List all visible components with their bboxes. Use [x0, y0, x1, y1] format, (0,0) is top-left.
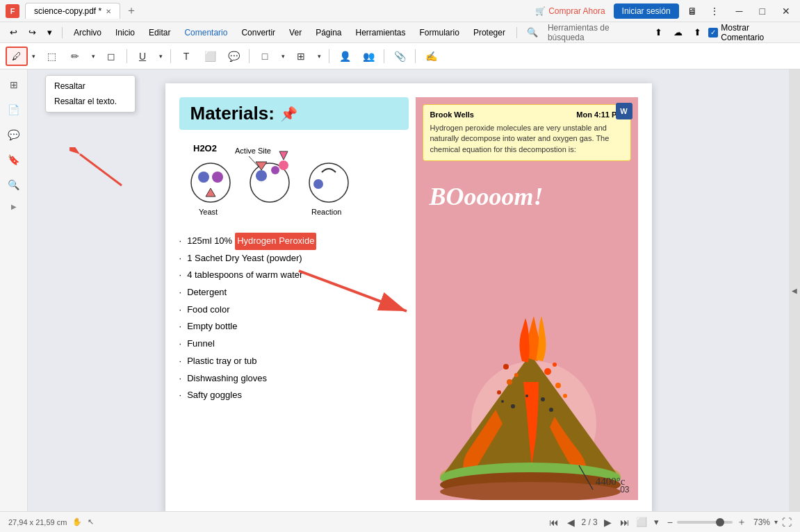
list-item: ·Funnel: [179, 335, 409, 353]
menu-pagina[interactable]: Página: [310, 26, 347, 39]
sidebar-expand-btn[interactable]: ▶: [11, 203, 17, 210]
freehand-btn[interactable]: ✏: [64, 47, 86, 66]
fullscreen-btn[interactable]: ⛶: [782, 517, 792, 528]
zoom-thumb: [716, 518, 724, 526]
menu-divider-1: [62, 27, 63, 38]
svg-line-3: [80, 154, 122, 185]
menu-herramientas[interactable]: Herramientas: [350, 26, 411, 39]
pdf-right-content: W Brook Wells Mon 4:11 PM Hydrogen perox…: [416, 97, 638, 500]
sidebar-search-btn[interactable]: 🔍: [4, 175, 24, 194]
measure-dropdown-btn[interactable]: ▾: [313, 47, 325, 66]
back-btn[interactable]: ↩: [6, 26, 22, 39]
share-icon[interactable]: ⬆: [651, 26, 667, 39]
last-page-btn[interactable]: ⏭: [618, 517, 632, 528]
expand-icon[interactable]: ⬆: [689, 26, 705, 39]
list-item: ·Detergent: [179, 284, 409, 301]
more-menu-btn[interactable]: ▾: [43, 26, 56, 39]
cloud-icon[interactable]: ☁: [669, 26, 687, 39]
close-btn[interactable]: ✕: [778, 6, 794, 17]
buy-now-btn[interactable]: 🛒 Comprar Ahora: [535, 6, 605, 16]
right-collapse-btn[interactable]: ◀: [789, 69, 800, 511]
tooltip-resaltar-texto[interactable]: Resaltar el texto.: [46, 94, 135, 109]
select-tool-btn[interactable]: ⬚: [40, 47, 63, 66]
select-icon: ⬚: [47, 51, 56, 62]
signature-icon: ✍: [425, 51, 437, 62]
tab-close-btn[interactable]: ✕: [106, 8, 111, 15]
svg-point-38: [501, 400, 504, 403]
svg-point-7: [212, 172, 223, 183]
volcano-area: 4400°c: [416, 211, 638, 500]
app-logo: F: [6, 4, 19, 18]
menu-editar[interactable]: Editar: [143, 26, 176, 39]
underline-dropdown-btn[interactable]: ▾: [155, 47, 166, 66]
highlight-btn[interactable]: 🖊: [6, 47, 28, 66]
show-comment-toggle[interactable]: ✓ Mostrar Comentario: [708, 23, 794, 42]
page-dimensions: 27,94 x 21,59 cm: [8, 518, 67, 526]
menu-formulario[interactable]: Formulario: [414, 26, 465, 39]
next-page-btn[interactable]: ▶: [602, 517, 614, 528]
list-item: ·Dishwashing gloves: [179, 370, 409, 388]
more-options-btn[interactable]: ⋮: [705, 6, 724, 17]
tab-area: science-copy.pdf * ✕ ＋: [25, 3, 535, 19]
hand-tool-icon[interactable]: ✋: [72, 517, 82, 526]
callout-btn[interactable]: 💬: [222, 47, 245, 66]
new-tab-btn[interactable]: ＋: [126, 3, 137, 18]
zoom-slider[interactable]: [677, 521, 733, 524]
stamp2-btn[interactable]: 👥: [357, 47, 379, 66]
list-item: ·Safty goggles: [179, 387, 409, 404]
comment-header: Brook Wells Mon 4:11 PM: [430, 110, 623, 119]
fit-width-btn[interactable]: ▾: [654, 517, 659, 527]
menu-proteger[interactable]: Proteger: [468, 26, 511, 39]
prev-page-btn[interactable]: ◀: [565, 517, 577, 528]
forward-btn[interactable]: ↪: [24, 26, 40, 39]
cursor-icon[interactable]: ↖: [88, 517, 94, 526]
highlight-tooltip: Resaltar Resaltar el texto.: [45, 75, 136, 113]
search-icon[interactable]: 🔍: [523, 26, 542, 39]
menu-convertir[interactable]: Convertir: [236, 26, 281, 39]
signature-btn[interactable]: ✍: [420, 47, 442, 66]
active-tab[interactable]: science-copy.pdf * ✕: [25, 3, 120, 19]
login-btn[interactable]: Iniciar sesión: [614, 3, 679, 19]
erase-btn[interactable]: ◻: [100, 47, 122, 66]
sidebar-comment-btn[interactable]: 💬: [4, 125, 24, 144]
zoom-in-btn[interactable]: ＋: [737, 516, 746, 529]
menu-inicio[interactable]: Inicio: [110, 26, 140, 39]
sidebar-bookmark-btn[interactable]: 🔖: [4, 150, 24, 169]
svg-point-6: [198, 172, 209, 183]
pdf-left-content: Materials: 📌 H2O2 Active Site: [179, 97, 416, 500]
pdf-page: Materials: 📌 H2O2 Active Site: [165, 83, 652, 511]
zoom-dropdown-btn[interactable]: ▾: [774, 518, 778, 526]
toolbar-sep-2: [170, 49, 171, 63]
tooltip-arrow-indicator: [70, 147, 125, 189]
shape-btn[interactable]: □: [254, 47, 276, 66]
text-btn[interactable]: T: [175, 47, 197, 66]
svg-point-36: [541, 397, 545, 401]
highlight-dropdown-btn[interactable]: ▾: [28, 47, 39, 66]
status-right: ⏮ ◀ 2 / 3 ▶ ⏭ ⬜ ▾ − ＋ 73% ▾ ⛶: [547, 516, 792, 529]
svg-point-35: [511, 404, 515, 408]
content-area: Materials: 📌 H2O2 Active Site: [28, 69, 789, 511]
svg-point-34: [563, 394, 567, 398]
sidebar-note-btn[interactable]: 📄: [4, 100, 24, 119]
menu-archivo[interactable]: Archivo: [68, 26, 107, 39]
pen-dropdown-btn[interactable]: ▾: [88, 47, 99, 66]
shape-dropdown-btn[interactable]: ▾: [277, 47, 288, 66]
stamp-btn[interactable]: 👤: [334, 47, 356, 66]
monitor-icon: 🖥: [687, 6, 697, 17]
underline-icon: U: [139, 51, 146, 62]
menu-ver[interactable]: Ver: [284, 26, 307, 39]
sidebar-panel-btn[interactable]: ⊞: [4, 75, 24, 94]
menu-comentario[interactable]: Comentario: [179, 26, 233, 39]
fit-page-btn[interactable]: ⬜: [636, 517, 647, 527]
show-comment-checkbox[interactable]: ✓: [708, 28, 718, 38]
tooltip-resaltar[interactable]: Resaltar: [46, 78, 135, 94]
yeast-svg: H2O2 Active Site: [179, 141, 360, 224]
measure-btn[interactable]: ⊞: [290, 47, 312, 66]
first-page-btn[interactable]: ⏮: [547, 517, 561, 528]
maximize-btn[interactable]: □: [756, 6, 769, 17]
textbox-btn[interactable]: ⬜: [199, 47, 221, 66]
zoom-out-btn[interactable]: −: [667, 517, 673, 528]
attach-btn[interactable]: 📎: [389, 47, 411, 66]
underline-btn[interactable]: U: [131, 47, 154, 66]
minimize-btn[interactable]: ─: [732, 6, 747, 17]
